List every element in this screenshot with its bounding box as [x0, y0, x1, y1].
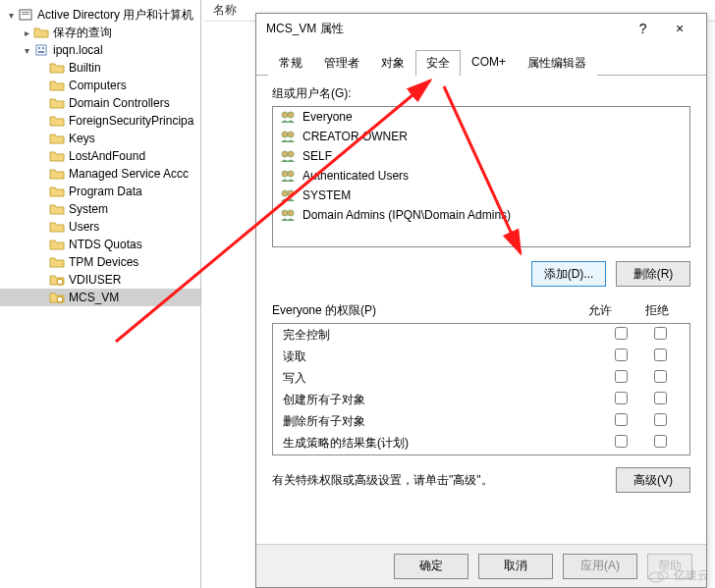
principal-item[interactable]: CREATOR OWNER	[273, 127, 689, 146]
allow-checkbox[interactable]	[615, 327, 628, 340]
svg-point-12	[288, 132, 294, 137]
tree-node[interactable]: Program Data	[0, 183, 200, 200]
deny-checkbox[interactable]	[654, 392, 667, 404]
ok-button[interactable]: 确定	[394, 554, 468, 579]
tree-saved-queries[interactable]: ▸ 保存的查询	[0, 24, 200, 41]
spacer	[35, 238, 49, 251]
tree-node-label: Program Data	[69, 185, 142, 198]
principal-label: Everyone	[302, 110, 353, 124]
tree-view[interactable]: ▾ Active Directory 用户和计算机 ▸ 保存的查询 ▾ ipqn…	[0, 0, 201, 588]
deny-checkbox[interactable]	[654, 327, 667, 340]
tree-node[interactable]: Builtin	[0, 59, 200, 77]
permission-name: 完全控制	[283, 327, 601, 344]
tree-node[interactable]: Users	[0, 218, 200, 236]
spacer	[35, 167, 49, 181]
help-button[interactable]: ?	[627, 21, 660, 36]
remove-button[interactable]: 删除(R)	[616, 261, 690, 287]
folder-icon	[49, 254, 65, 270]
spacer	[35, 132, 49, 145]
tree-node-label: Managed Service Accc	[69, 167, 189, 181]
spacer	[35, 185, 49, 198]
tree-label: 保存的查询	[53, 25, 112, 41]
tree-node[interactable]: VDIUSER	[0, 271, 200, 289]
principal-label: SYSTEM	[302, 188, 351, 202]
tab[interactable]: 管理者	[313, 50, 370, 76]
deny-checkbox[interactable]	[654, 435, 667, 448]
tab[interactable]: 属性编辑器	[517, 50, 597, 76]
tree-node[interactable]: Domain Controllers	[0, 94, 200, 112]
allow-checkbox[interactable]	[615, 392, 628, 404]
tree-node-label: VDIUSER	[69, 273, 121, 287]
spacer	[35, 149, 49, 163]
tree-node[interactable]: ForeignSecurityPrincipa	[0, 112, 200, 130]
tree-label: ipqn.local	[53, 43, 103, 57]
chevron-down-icon[interactable]: ▾	[20, 43, 33, 57]
folder-icon	[49, 113, 65, 129]
watermark-text: 亿速云	[674, 567, 709, 584]
principal-item[interactable]: Everyone	[273, 107, 689, 127]
svg-point-14	[288, 151, 294, 157]
apply-button[interactable]: 应用(A)	[563, 554, 637, 579]
svg-point-8	[57, 296, 63, 302]
spacer	[35, 291, 49, 304]
deny-checkbox[interactable]	[654, 348, 667, 361]
tree-node-label: System	[69, 202, 108, 216]
svg-point-15	[282, 171, 288, 177]
tab[interactable]: 安全	[415, 50, 461, 76]
principal-item[interactable]: SELF	[273, 146, 689, 166]
tab-strip: 常规管理者对象安全COM+属性编辑器	[256, 49, 706, 76]
principal-label: Authenticated Users	[302, 169, 409, 183]
tab[interactable]: COM+	[461, 50, 517, 76]
allow-checkbox[interactable]	[615, 413, 628, 426]
svg-point-23	[649, 572, 663, 582]
tree-node[interactable]: Keys	[0, 130, 200, 147]
tree-root[interactable]: ▾ Active Directory 用户和计算机	[0, 6, 200, 24]
allow-checkbox[interactable]	[615, 435, 628, 448]
add-button[interactable]: 添加(D)...	[531, 261, 606, 287]
svg-point-17	[282, 190, 288, 196]
tree-domain[interactable]: ▾ ipqn.local	[0, 41, 200, 59]
cancel-button[interactable]: 取消	[478, 554, 553, 579]
chevron-down-icon[interactable]: ▾	[4, 8, 18, 22]
tree-node[interactable]: TPM Devices	[0, 253, 200, 271]
advanced-text: 有关特殊权限或高级设置，请单击"高级"。	[272, 472, 616, 489]
close-button[interactable]: ×	[663, 21, 696, 36]
group-icon	[279, 129, 299, 144]
tree-node[interactable]: MCS_VM	[0, 289, 200, 306]
principal-item[interactable]: Authenticated Users	[273, 166, 689, 186]
principals-listbox[interactable]: EveryoneCREATOR OWNERSELFAuthenticated U…	[272, 106, 690, 247]
tab-body-security: 组或用户名(G): EveryoneCREATOR OWNERSELFAuthe…	[256, 76, 706, 503]
svg-point-20	[288, 210, 294, 216]
tree-node[interactable]: Computers	[0, 77, 200, 94]
allow-checkbox[interactable]	[615, 370, 628, 383]
folder-icon	[49, 184, 65, 199]
permissions-list[interactable]: 完全控制读取写入创建所有子对象删除所有子对象生成策略的结果集(计划)	[272, 323, 690, 455]
svg-point-19	[282, 210, 288, 216]
tree-node-label: ForeignSecurityPrincipa	[69, 114, 193, 128]
deny-checkbox[interactable]	[654, 413, 667, 426]
svg-point-13	[282, 151, 288, 157]
permission-row: 生成策略的结果集(计划)	[273, 432, 689, 454]
chevron-right-icon[interactable]: ▸	[20, 26, 33, 39]
tab[interactable]: 对象	[370, 50, 415, 76]
dialog-bottom-buttons: 确定 取消 应用(A) 帮助	[256, 544, 706, 587]
tree-node[interactable]: NTDS Quotas	[0, 236, 200, 253]
tree-node[interactable]: Managed Service Accc	[0, 165, 200, 183]
tree-node[interactable]: System	[0, 200, 200, 218]
tree-node[interactable]: LostAndFound	[0, 147, 200, 165]
col-deny: 拒绝	[645, 302, 669, 319]
principal-item[interactable]: Domain Admins (IPQN\Domain Admins)	[273, 205, 689, 225]
principal-item[interactable]: SYSTEM	[273, 186, 689, 205]
col-allow: 允许	[588, 302, 612, 319]
tab[interactable]: 常规	[268, 50, 313, 76]
svg-point-11	[282, 132, 288, 137]
allow-checkbox[interactable]	[615, 348, 628, 361]
svg-rect-4	[38, 47, 40, 49]
deny-checkbox[interactable]	[654, 370, 667, 383]
tree-node-label: Users	[69, 220, 99, 234]
principal-label: SELF	[302, 149, 332, 163]
advanced-button[interactable]: 高级(V)	[616, 467, 690, 493]
svg-point-9	[282, 112, 288, 118]
watermark: 亿速云	[648, 567, 709, 584]
permission-name: 读取	[283, 348, 601, 365]
